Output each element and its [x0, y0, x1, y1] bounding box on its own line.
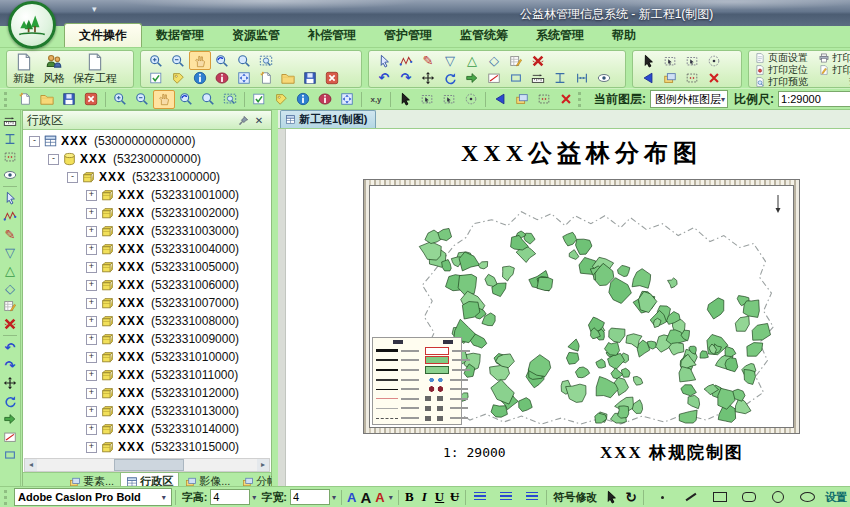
- undo-icon[interactable]: ↶: [373, 68, 395, 87]
- measure-icon[interactable]: [0, 112, 20, 130]
- tree-node[interactable]: +XXX(532331008000): [23, 312, 271, 330]
- font-color-blue-button[interactable]: A: [347, 490, 356, 505]
- tree-node[interactable]: +XXX(532331011000): [23, 366, 271, 384]
- open-project-icon[interactable]: [277, 68, 299, 87]
- rotate-feature-icon[interactable]: [439, 68, 461, 87]
- menu-tab-file[interactable]: 文件操作: [64, 23, 142, 47]
- pin-icon[interactable]: [235, 113, 251, 128]
- tree-node[interactable]: -XXX(532331000000): [23, 168, 271, 186]
- identify-icon[interactable]: [189, 68, 211, 87]
- map-canvas[interactable]: XXX公益林分布图 1: 29000 XXX 林规院制图: [278, 129, 850, 487]
- tree-expander-icon[interactable]: +: [86, 370, 97, 381]
- draw-roundrect-icon[interactable]: [738, 488, 760, 507]
- identify-icon[interactable]: [292, 90, 314, 109]
- font-select[interactable]: Adobe Caslon Pro Bold ▾: [14, 488, 172, 506]
- line-edit-icon[interactable]: [483, 68, 505, 87]
- tree-node[interactable]: +XXX(532331007000): [23, 294, 271, 312]
- draw-line-icon[interactable]: [680, 488, 702, 507]
- tree-node[interactable]: +XXX(532331001000): [23, 186, 271, 204]
- sketch-line-icon[interactable]: [0, 207, 20, 225]
- clear-selection-icon[interactable]: [555, 90, 577, 109]
- tree-expander-icon[interactable]: +: [86, 424, 97, 435]
- zoom-to-selection-icon[interactable]: [489, 90, 511, 109]
- zoom-out-icon[interactable]: [131, 90, 153, 109]
- tree-expander-icon[interactable]: +: [86, 244, 97, 255]
- tree-expander-icon[interactable]: +: [86, 208, 97, 219]
- close-panel-icon[interactable]: ✕: [251, 113, 267, 128]
- clear-selection-icon[interactable]: [703, 68, 725, 87]
- tree-node[interactable]: +XXX(532331003000): [23, 222, 271, 240]
- redo-icon[interactable]: ↷: [395, 68, 417, 87]
- select-cursor-icon[interactable]: [600, 488, 622, 507]
- copy-layer-icon[interactable]: [511, 90, 533, 109]
- zoom-window-icon[interactable]: [197, 90, 219, 109]
- tree-node[interactable]: +XXX(532331005000): [23, 258, 271, 276]
- scale-input[interactable]: [778, 91, 850, 107]
- tree-expander-icon[interactable]: -: [48, 154, 59, 165]
- redo-icon[interactable]: ↷: [0, 356, 20, 374]
- select-extent-icon[interactable]: [0, 148, 20, 166]
- full-extent-icon[interactable]: [336, 90, 358, 109]
- tree-expander-icon[interactable]: +: [86, 280, 97, 291]
- tree-horizontal-scrollbar[interactable]: ◂ ▸: [24, 458, 270, 472]
- tree-node[interactable]: -XXX(532300000000): [23, 150, 271, 168]
- style-button[interactable]: 风格: [41, 53, 67, 86]
- tree-expander-icon[interactable]: +: [86, 334, 97, 345]
- print-position-button[interactable]: 打印定位: [755, 64, 808, 75]
- rectangle-edit-icon[interactable]: [505, 68, 527, 87]
- font-color-red-button[interactable]: A: [375, 490, 384, 505]
- align-center-icon[interactable]: [495, 488, 517, 507]
- bold-button[interactable]: B: [402, 489, 417, 505]
- measure-icon[interactable]: [527, 68, 549, 87]
- font-outline-button[interactable]: A: [360, 489, 371, 506]
- distribute-icon[interactable]: [571, 68, 593, 87]
- scroll-left-arrow[interactable]: ◂: [25, 459, 37, 471]
- tree-node[interactable]: +XXX(532331014000): [23, 420, 271, 438]
- select-check-icon[interactable]: [145, 68, 167, 87]
- new-map-icon[interactable]: [255, 68, 277, 87]
- select-feature-icon[interactable]: [0, 189, 20, 207]
- select-circle-icon[interactable]: [460, 90, 482, 109]
- tree-expander-icon[interactable]: +: [86, 226, 97, 237]
- strikethrough-button[interactable]: Ʉ: [447, 489, 462, 505]
- menu-tab-data[interactable]: 数据管理: [142, 24, 218, 47]
- polygon-down-icon[interactable]: ▽: [0, 243, 20, 261]
- attributes-icon[interactable]: [211, 68, 233, 87]
- align-left-icon[interactable]: [469, 488, 491, 507]
- document-tab[interactable]: 新工程1(制图): [280, 110, 376, 128]
- chevron-down-icon[interactable]: ▾: [389, 493, 393, 502]
- scrollbar-thumb[interactable]: [114, 459, 184, 471]
- print-preview-button[interactable]: 打印预览: [755, 76, 808, 87]
- italic-button[interactable]: I: [417, 489, 432, 505]
- zoom-in-icon[interactable]: [109, 90, 131, 109]
- label-tag-icon[interactable]: [167, 68, 189, 87]
- tree-node[interactable]: +XXX(532331009000): [23, 330, 271, 348]
- tree-expander-icon[interactable]: +: [86, 406, 97, 417]
- chevron-down-icon[interactable]: ▾: [252, 493, 256, 502]
- menu-tab-system[interactable]: 系统管理: [522, 24, 598, 47]
- align-icon[interactable]: [549, 68, 571, 87]
- zoom-previous-icon[interactable]: [175, 90, 197, 109]
- select-extent-icon[interactable]: [533, 90, 555, 109]
- toolbar-grip[interactable]: [578, 92, 584, 107]
- polygon-up-icon[interactable]: △: [0, 261, 20, 279]
- tree-node[interactable]: +XXX(532331002000): [23, 204, 271, 222]
- menu-tab-supervision[interactable]: 监管统筹: [446, 24, 522, 47]
- pan-icon[interactable]: [153, 90, 175, 109]
- draw-point-icon[interactable]: [651, 488, 673, 507]
- open-project-icon[interactable]: [36, 90, 58, 109]
- full-extent-icon[interactable]: [233, 68, 255, 87]
- page-setup-button[interactable]: 页面设置: [755, 52, 808, 63]
- char-width-input[interactable]: [290, 489, 330, 505]
- save-project-icon[interactable]: [58, 90, 80, 109]
- tree-node[interactable]: +XXX(532331015000): [23, 438, 271, 456]
- settings-button[interactable]: 设置: [825, 490, 847, 505]
- attributes-icon[interactable]: [314, 90, 336, 109]
- align-icon[interactable]: [0, 130, 20, 148]
- select-rectangle-icon[interactable]: [416, 90, 438, 109]
- close-project-icon[interactable]: [321, 68, 343, 87]
- copy-layer-icon[interactable]: [659, 68, 681, 87]
- visibility-icon[interactable]: [0, 166, 20, 184]
- align-right-icon[interactable]: [521, 488, 543, 507]
- tree-node[interactable]: +XXX(532331004000): [23, 240, 271, 258]
